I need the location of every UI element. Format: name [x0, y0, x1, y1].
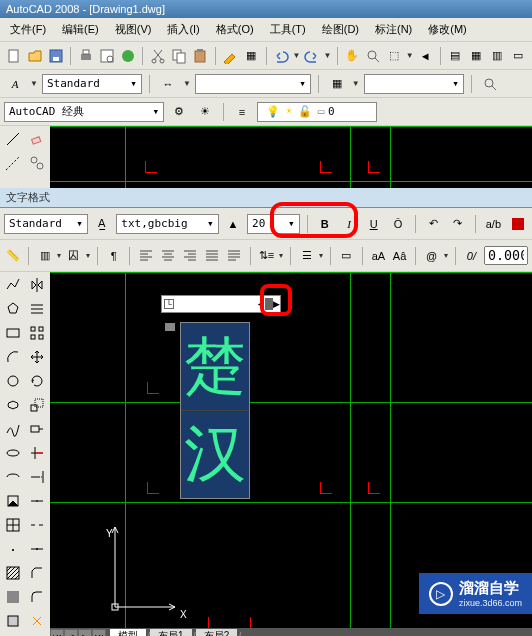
- uppercase-icon[interactable]: aA: [370, 245, 387, 267]
- design-center-icon[interactable]: ▦: [467, 45, 486, 67]
- circle-icon[interactable]: [2, 370, 24, 392]
- main-drawing-area[interactable]: └ ◄▶ ▲ ▼ 楚 汉 Y X: [50, 272, 532, 636]
- properties-icon[interactable]: ▤: [446, 45, 465, 67]
- paste-icon[interactable]: [190, 45, 209, 67]
- print-icon[interactable]: [76, 45, 95, 67]
- tab-layout1[interactable]: 布局1: [150, 629, 192, 636]
- paragraph-icon[interactable]: ¶: [105, 245, 122, 267]
- annotative-icon[interactable]: ▲: [223, 213, 243, 235]
- menu-dimension[interactable]: 标注(N): [369, 20, 418, 39]
- trim-icon[interactable]: [26, 442, 48, 464]
- tab-prev-icon[interactable]: ◄: [64, 629, 78, 636]
- underline-icon[interactable]: U: [363, 213, 383, 235]
- text-style-combo[interactable]: Standard▾: [42, 74, 142, 94]
- table-style-icon[interactable]: ▦: [326, 73, 348, 95]
- columns-icon[interactable]: ▥: [36, 245, 53, 267]
- scale-icon[interactable]: [26, 394, 48, 416]
- block-editor-icon[interactable]: ▦: [242, 45, 261, 67]
- workspace-combo[interactable]: AutoCAD 经典▾: [4, 102, 164, 122]
- mtext-ruler[interactable]: └ ◄▶: [161, 295, 281, 313]
- match-prop-icon[interactable]: [220, 45, 239, 67]
- insert-field-icon[interactable]: ▭: [338, 245, 355, 267]
- line-spacing-icon[interactable]: ⇅≡: [258, 245, 275, 267]
- cut-icon[interactable]: [148, 45, 167, 67]
- tool-palette-icon[interactable]: ▥: [488, 45, 507, 67]
- workspace-settings-icon[interactable]: ⚙: [168, 101, 190, 123]
- rotate-icon[interactable]: [26, 370, 48, 392]
- insert-block-icon[interactable]: [2, 490, 24, 512]
- stack-icon[interactable]: a/b: [483, 213, 503, 235]
- align-right-icon[interactable]: [181, 245, 199, 267]
- zoom-realtime-icon[interactable]: [363, 45, 382, 67]
- numbering-icon[interactable]: ☰: [298, 245, 315, 267]
- menu-view[interactable]: 视图(V): [109, 20, 158, 39]
- width-factor-input[interactable]: [484, 246, 528, 265]
- extend-icon[interactable]: [26, 466, 48, 488]
- menu-edit[interactable]: 编辑(E): [56, 20, 105, 39]
- ruler-icon[interactable]: 📏: [4, 245, 21, 267]
- color-swatch-icon[interactable]: [508, 213, 528, 235]
- make-block-icon[interactable]: [2, 514, 24, 536]
- polyline-icon[interactable]: [2, 274, 24, 296]
- column-handle[interactable]: ▲ ▼: [165, 317, 175, 337]
- construction-line-icon[interactable]: [2, 152, 24, 174]
- font-combo[interactable]: txt,gbcbig▾: [116, 214, 218, 234]
- join-icon[interactable]: [26, 538, 48, 560]
- text-size-combo[interactable]: 20▾: [247, 214, 299, 234]
- chamfer-icon[interactable]: [26, 562, 48, 584]
- layer-manager-icon[interactable]: ≡: [231, 101, 253, 123]
- align-distribute-icon[interactable]: [225, 245, 243, 267]
- save-icon[interactable]: [46, 45, 65, 67]
- redo-text-icon[interactable]: ↷: [448, 213, 468, 235]
- mirror-icon[interactable]: [26, 274, 48, 296]
- menu-insert[interactable]: 插入(I): [161, 20, 205, 39]
- undo-dropdown[interactable]: ▼: [293, 51, 301, 60]
- explode-icon[interactable]: [26, 610, 48, 632]
- zoom-window-icon[interactable]: ⬚: [385, 45, 404, 67]
- point-icon[interactable]: ·: [2, 538, 24, 560]
- tab-model[interactable]: 模型: [110, 629, 146, 636]
- menu-tools[interactable]: 工具(T): [264, 20, 312, 39]
- tab-last-icon[interactable]: ⏭: [92, 629, 106, 636]
- offset-icon[interactable]: [26, 298, 48, 320]
- menu-modify[interactable]: 修改(M): [422, 20, 473, 39]
- tab-first-icon[interactable]: ⏮: [50, 629, 64, 636]
- italic-icon[interactable]: I: [339, 213, 359, 235]
- fillet-icon[interactable]: [26, 586, 48, 608]
- menu-format[interactable]: 格式(O): [210, 20, 260, 39]
- break-at-point-icon[interactable]: [26, 490, 48, 512]
- tab-next-icon[interactable]: ►: [78, 629, 92, 636]
- overline-icon[interactable]: Ō: [388, 213, 408, 235]
- drawing-grid-upper[interactable]: [50, 126, 532, 188]
- region-icon[interactable]: [2, 610, 24, 632]
- text-style-icon[interactable]: A: [4, 73, 26, 95]
- align-center-icon[interactable]: [159, 245, 177, 267]
- copy-obj-icon[interactable]: [26, 152, 48, 174]
- dim-style-icon[interactable]: ↔: [157, 73, 179, 95]
- pan-icon[interactable]: ✋: [342, 45, 361, 67]
- table-style-combo[interactable]: ▾: [364, 74, 464, 94]
- open-icon[interactable]: [25, 45, 44, 67]
- new-icon[interactable]: [4, 45, 23, 67]
- ellipse-arc-icon[interactable]: [2, 466, 24, 488]
- font-icon[interactable]: A̲: [92, 213, 112, 235]
- sheet-set-icon[interactable]: ▭: [509, 45, 528, 67]
- redo-dropdown[interactable]: ▼: [324, 51, 332, 60]
- ellipse-icon[interactable]: [2, 442, 24, 464]
- layer-combo[interactable]: 💡 ☀ 🔓 ▭ 0: [257, 102, 377, 122]
- mtext-editor[interactable]: └ ◄▶ ▲ ▼ 楚 汉: [180, 322, 250, 499]
- hatch-icon[interactable]: [2, 562, 24, 584]
- publish-icon[interactable]: [118, 45, 137, 67]
- mtext-justify-icon[interactable]: 囚: [65, 245, 82, 267]
- menu-draw[interactable]: 绘图(D): [316, 20, 365, 39]
- revcloud-icon[interactable]: [2, 394, 24, 416]
- arc-icon[interactable]: [2, 346, 24, 368]
- polygon-icon[interactable]: [2, 298, 24, 320]
- lowercase-icon[interactable]: Aâ: [391, 245, 408, 267]
- array-icon[interactable]: [26, 322, 48, 344]
- stretch-icon[interactable]: [26, 418, 48, 440]
- redo-icon[interactable]: [302, 45, 321, 67]
- mleader-style-icon[interactable]: [479, 73, 501, 95]
- gradient-icon[interactable]: [2, 586, 24, 608]
- move-icon[interactable]: [26, 346, 48, 368]
